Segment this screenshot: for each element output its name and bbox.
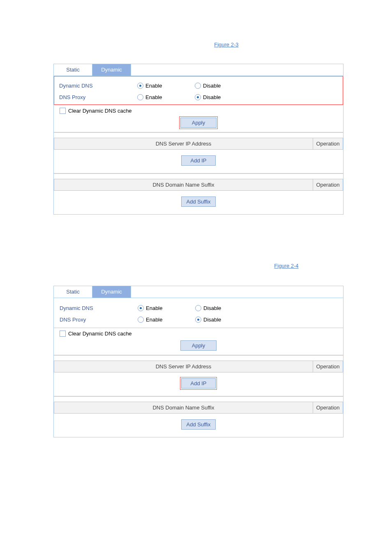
clear-cache-label-1: Clear Dynamic DNS cache xyxy=(68,108,132,114)
form-area-1: Dynamic DNS Enable Disable DNS Proxy Ena… xyxy=(54,76,343,105)
dynamic-dns-label-1: Dynamic DNS xyxy=(59,83,137,89)
step-1-text: Click the Dynamic tab and select Enable … xyxy=(43,41,367,49)
dns-proxy-label-1: DNS Proxy xyxy=(59,94,137,100)
dynamic-dns-disable-radio-1[interactable] xyxy=(195,83,201,89)
ip-table-header-2: DNS Server IP Address Operation xyxy=(54,361,343,372)
ip-table-col-op-1: Operation xyxy=(313,138,343,149)
enable-label-2a: Enable xyxy=(146,305,162,311)
dns-proxy-enable-radio-1[interactable] xyxy=(137,94,143,100)
bullet-2: To disable dynamic DNS, you need to sele… xyxy=(61,234,367,243)
disable-label-1a: Disable xyxy=(203,83,221,89)
apply-button-2[interactable]: Apply xyxy=(180,340,217,351)
figure-caption-1: Figure 2-3 Enable the dynamic DNS resolu… xyxy=(25,52,367,58)
suffix-table-header-2: DNS Domain Name Suffix Operation xyxy=(54,402,343,414)
ip-table-header-1: DNS Server IP Address Operation xyxy=(54,138,343,150)
bullet-1: Click Apply to enable the dynamic DNS fu… xyxy=(61,222,367,230)
suffix-table-col-main-2: DNS Domain Name Suffix xyxy=(54,402,313,413)
bullet-4: Click Add IP to enter the page for confi… xyxy=(61,262,367,270)
ip-table-col-main-1: DNS Server IP Address xyxy=(54,138,313,149)
disable-label-2a: Disable xyxy=(203,305,221,311)
add-suffix-button-2[interactable]: Add Suffix xyxy=(181,419,216,430)
dns-proxy-disable-radio-2[interactable] xyxy=(195,317,201,323)
suffix-table-col-op-2: Operation xyxy=(313,402,343,413)
enable-label-2b: Enable xyxy=(146,317,162,323)
disable-label-2b: Disable xyxy=(203,317,221,323)
dynamic-dns-disable-radio-2[interactable] xyxy=(195,305,201,311)
tab-dynamic-2[interactable]: Dynamic xyxy=(92,286,131,298)
dynamic-dns-label-2: Dynamic DNS xyxy=(60,305,138,311)
apply-button-1[interactable]: Apply xyxy=(180,118,217,128)
bullet-list: Click Apply to enable the dynamic DNS fu… xyxy=(61,222,367,270)
dynamic-dns-enable-radio-2[interactable] xyxy=(138,305,144,311)
enable-label-1b: Enable xyxy=(145,94,162,100)
dns-proxy-label-2: DNS Proxy xyxy=(60,317,138,323)
tabs-1: Static Dynamic xyxy=(54,64,343,76)
dns-panel-2: Static Dynamic Dynamic DNS Enable Disabl… xyxy=(53,286,344,437)
dns-panel-1: Static Dynamic Dynamic DNS Enable Disabl… xyxy=(53,64,344,215)
tab-dynamic-1[interactable]: Dynamic xyxy=(92,64,131,76)
figure-link-2-4[interactable]: Figure 2-4 xyxy=(274,263,298,269)
disable-label-1b: Disable xyxy=(203,94,221,100)
dynamic-dns-enable-radio-1[interactable] xyxy=(137,83,143,89)
ip-table-col-main-2: DNS Server IP Address xyxy=(54,361,313,372)
tabs-2: Static Dynamic xyxy=(54,286,343,298)
add-ip-button-1[interactable]: Add IP xyxy=(181,155,216,166)
clear-cache-checkbox-2[interactable] xyxy=(60,331,66,337)
clear-cache-checkbox-1[interactable] xyxy=(60,108,66,114)
figure-caption-2: Figure 2-4 Add an IP address xyxy=(25,274,367,280)
dns-proxy-disable-radio-1[interactable] xyxy=(195,94,201,100)
figure-link-2-3[interactable]: Figure 2-3 xyxy=(214,42,238,48)
add-suffix-button-1[interactable]: Add Suffix xyxy=(181,197,216,207)
clear-cache-label-2: Clear Dynamic DNS cache xyxy=(68,331,132,337)
enable-label-1a: Enable xyxy=(145,83,162,89)
ip-table-col-op-2: Operation xyxy=(313,361,343,372)
suffix-table-col-main-1: DNS Domain Name Suffix xyxy=(54,179,313,190)
form-area-2: Dynamic DNS Enable Disable DNS Proxy Ena… xyxy=(54,298,343,328)
dns-proxy-enable-radio-2[interactable] xyxy=(138,317,144,323)
tab-static-2[interactable]: Static xyxy=(54,286,92,298)
tab-static-1[interactable]: Static xyxy=(54,64,92,76)
add-ip-button-2[interactable]: Add IP xyxy=(181,378,216,388)
bullet-3: To clear the dynamic DNS cache, you need… xyxy=(61,246,367,254)
suffix-table-col-op-1: Operation xyxy=(313,179,343,190)
suffix-table-header-1: DNS Domain Name Suffix Operation xyxy=(54,179,343,191)
